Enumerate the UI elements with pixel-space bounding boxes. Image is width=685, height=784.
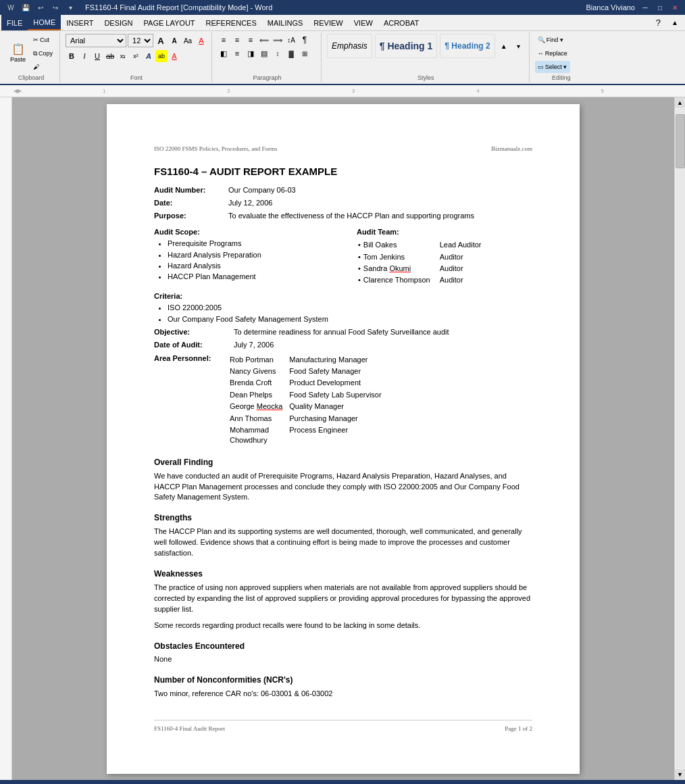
page-footer-left: FS1160-4 Final Audit Report	[154, 725, 225, 733]
clipboard-label: Clipboard	[18, 73, 45, 81]
undo-icon[interactable]: ↩	[35, 2, 46, 13]
italic-button[interactable]: I	[78, 50, 91, 62]
menu-item-page-layout[interactable]: PAGE LAYOUT	[138, 15, 201, 30]
bullets-button[interactable]: ≡	[218, 34, 230, 46]
font-name-select[interactable]: Arial	[66, 34, 126, 47]
paste-button[interactable]: 📋 Paste	[7, 39, 29, 68]
increase-indent-button[interactable]: ⟹	[272, 34, 284, 46]
select-button[interactable]: ▭ Select ▾	[535, 61, 570, 73]
date-of-audit-value: July 7, 2006	[234, 340, 274, 350]
list-item: ISO 22000:2005	[168, 303, 532, 313]
document-scroll-area[interactable]: ISO 22000 FSMS Policies, Procedures, and…	[12, 97, 674, 780]
style-emphasis[interactable]: Emphasis	[327, 34, 372, 58]
clear-format-button[interactable]: A	[195, 34, 207, 47]
copy-icon: ⧉	[33, 50, 37, 57]
font-grow-button[interactable]: A	[155, 34, 167, 47]
justify-button[interactable]: ▤	[258, 47, 270, 59]
align-left-button[interactable]: ◧	[218, 47, 230, 59]
close-button[interactable]: ✕	[670, 3, 680, 12]
align-center-button[interactable]: ≡	[231, 47, 243, 59]
font-shrink-button[interactable]: A	[168, 34, 180, 47]
style-heading1[interactable]: ¶ Heading 1	[375, 34, 438, 58]
find-button[interactable]: 🔍 Find ▾	[535, 34, 570, 46]
team-role: Auditor	[440, 264, 490, 274]
maximize-button[interactable]: □	[655, 3, 665, 12]
subscript-button[interactable]: x₂	[117, 50, 129, 62]
bold-button[interactable]: B	[66, 50, 78, 62]
help-icon[interactable]: ?	[651, 15, 666, 30]
change-case-button[interactable]: Aa	[182, 34, 194, 47]
font-size-select[interactable]: 12	[128, 34, 153, 47]
text-effect-button[interactable]: A	[143, 50, 155, 62]
borders-button[interactable]: ⊞	[299, 47, 311, 59]
scroll-down-button[interactable]: ▼	[675, 769, 686, 780]
menu-item-insert[interactable]: INSERT	[61, 15, 99, 30]
date-of-audit-label: Date of Audit:	[154, 340, 228, 350]
menu-item-view[interactable]: VIEW	[349, 15, 378, 30]
sort-button[interactable]: ↕A	[285, 34, 297, 46]
styles-scroll-up[interactable]: ▲	[498, 40, 510, 52]
ribbon: 📋 Paste ✂ Cut ⧉ Copy 🖌 Clipboard Arial	[0, 31, 685, 85]
redo-icon[interactable]: ↪	[50, 2, 61, 13]
section-heading-obstacles: Obstacles Encountered	[154, 641, 532, 652]
save-icon[interactable]: 💾	[20, 2, 31, 13]
team-name: Tom Jenkins	[363, 253, 405, 261]
section-para: None	[154, 654, 532, 665]
audit-number-value: Our Company 06-03	[228, 185, 296, 195]
replace-button[interactable]: ↔ Replace	[535, 47, 570, 59]
vertical-scrollbar[interactable]: ▲ ▼	[674, 97, 685, 780]
line-spacing-button[interactable]: ↕	[272, 47, 284, 59]
styles-more[interactable]: ▾	[513, 40, 525, 52]
underline-button[interactable]: U	[91, 50, 103, 62]
font-color-button[interactable]: A	[168, 50, 180, 62]
style-heading2[interactable]: ¶ Heading 2	[440, 34, 494, 58]
menu-item-design[interactable]: DESIGN	[99, 15, 138, 30]
font-label: Font	[130, 73, 143, 81]
show-marks-button[interactable]: ¶	[299, 34, 311, 46]
scroll-track[interactable]	[676, 109, 685, 768]
cut-button[interactable]: ✂ Cut	[30, 34, 55, 46]
menu-item-acrobat[interactable]: ACROBAT	[378, 15, 424, 30]
strikethrough-button[interactable]: ab	[104, 50, 116, 62]
menu-item-review[interactable]: REVIEW	[308, 15, 348, 30]
scroll-up-button[interactable]: ▲	[675, 97, 686, 108]
copy-button[interactable]: ⧉ Copy	[30, 47, 55, 59]
superscript-button[interactable]: x²	[130, 50, 142, 62]
section-heading-ncr: Number of Nonconformities (NCR's)	[154, 675, 532, 686]
doc-title: FS1160-4 – AUDIT REPORT EXAMPLE	[154, 164, 532, 178]
team-role: Auditor	[440, 275, 490, 285]
section-para: The HACCP Plan and its supporting system…	[154, 526, 532, 559]
purpose-value: To evaluate the effectiveness of the HAC…	[228, 211, 474, 221]
section-para: Some records regarding product recalls w…	[154, 620, 532, 631]
table-row: Nancy Givens Food Safety Manager	[230, 366, 382, 376]
team-name: Bill Oakes	[363, 241, 397, 249]
section-heading-weaknesses: Weaknesses	[154, 568, 532, 580]
menu-item-home[interactable]: HOME	[28, 15, 61, 30]
page-header-left: ISO 22000 FSMS Policies, Procedures, and…	[154, 145, 278, 153]
menu-item-references[interactable]: REFERENCES	[201, 15, 262, 30]
multilevel-list-button[interactable]: ≡	[245, 34, 257, 46]
audit-number-label: Audit Number:	[154, 185, 228, 195]
shading-button[interactable]: ▓	[285, 47, 297, 59]
format-painter-button[interactable]: 🖌	[30, 61, 55, 73]
ribbon-group-styles: Emphasis ¶ Heading 1 ¶ Heading 2 ▲ ▾ Sty…	[323, 32, 530, 82]
table-row: Brenda Croft Product Development	[230, 378, 382, 388]
scroll-thumb[interactable]	[676, 114, 685, 168]
date-row: Date: July 12, 2006	[154, 198, 532, 208]
list-item: HACCP Plan Management	[168, 272, 330, 282]
decrease-indent-button[interactable]: ⟸	[258, 34, 270, 46]
menu-bar: FILE HOME INSERT DESIGN PAGE LAYOUT REFE…	[0, 15, 685, 31]
audit-team-table: •Bill Oakes Lead Auditor •Tom Jenkins Au…	[357, 239, 491, 287]
team-name: Sandra Okumi	[363, 264, 411, 272]
menu-item-file[interactable]: FILE	[1, 15, 28, 30]
collapse-ribbon-button[interactable]: ▲	[666, 15, 684, 30]
menu-item-mailings[interactable]: MAILINGS	[262, 15, 309, 30]
minimize-button[interactable]: ─	[640, 3, 650, 12]
date-label: Date:	[154, 198, 228, 208]
highlight-button[interactable]: ab	[155, 50, 168, 62]
numbering-button[interactable]: ≡	[231, 34, 243, 46]
editing-label: Editing	[552, 73, 571, 81]
customize-icon[interactable]: ▾	[65, 2, 76, 13]
align-right-button[interactable]: ◨	[245, 47, 257, 59]
ribbon-group-paragraph: ≡ ≡ ≡ ⟸ ⟹ ↕A ¶ ◧ ≡ ◨ ▤ ↕ ▓ ⊞ P	[213, 32, 322, 82]
